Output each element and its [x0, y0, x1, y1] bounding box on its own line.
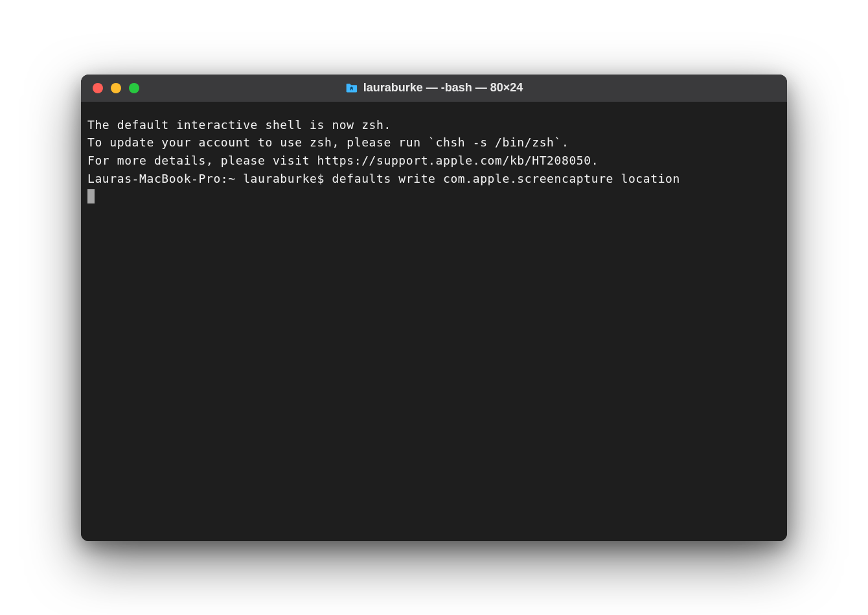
traffic-lights: [81, 83, 139, 93]
terminal-window: lauraburke — -bash — 80×24 The default i…: [81, 75, 787, 541]
window-title-text: lauraburke — -bash — 80×24: [363, 81, 523, 95]
terminal-prompt-line: Lauras-MacBook-Pro:~ lauraburke$ default…: [87, 170, 781, 188]
folder-home-icon: [345, 83, 358, 93]
minimize-button[interactable]: [111, 83, 121, 93]
shell-prompt: Lauras-MacBook-Pro:~ lauraburke$: [87, 172, 332, 185]
terminal-cursor: [87, 189, 95, 203]
terminal-output-line: For more details, please visit https://s…: [87, 152, 781, 170]
window-titlebar[interactable]: lauraburke — -bash — 80×24: [81, 75, 787, 102]
terminal-content[interactable]: The default interactive shell is now zsh…: [81, 102, 787, 541]
typed-command: defaults write com.apple.screencapture l…: [332, 172, 687, 185]
window-title: lauraburke — -bash — 80×24: [345, 81, 523, 95]
maximize-button[interactable]: [129, 83, 139, 93]
close-button[interactable]: [93, 83, 103, 93]
terminal-output-line: To update your account to use zsh, pleas…: [87, 133, 781, 152]
terminal-output-line: The default interactive shell is now zsh…: [87, 116, 781, 134]
